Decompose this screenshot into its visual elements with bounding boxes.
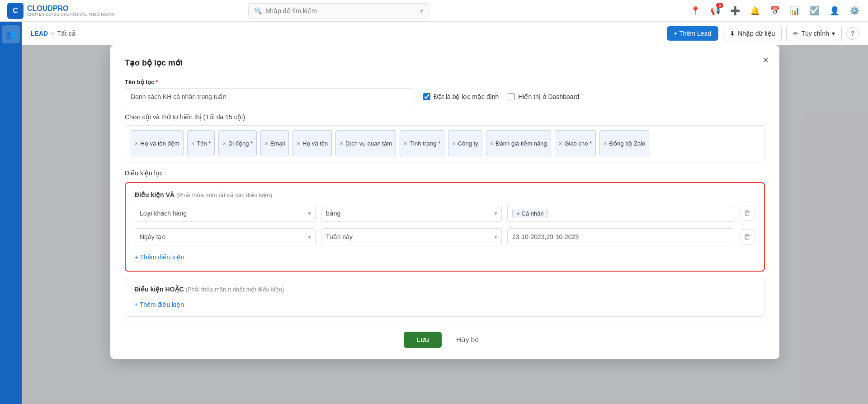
operator-select-wrap-2[interactable]: Tuần này [321, 228, 502, 245]
tag-item: × Đồng bộ Zalo [599, 130, 649, 156]
value-tag-text-1: Cá nhân [522, 210, 544, 217]
column-section-label: Chọn cột và thứ tự hiển thị (Tối đa 15 c… [125, 113, 765, 121]
tag-remove[interactable]: × [559, 141, 562, 146]
bell-icon[interactable]: 🔔 [749, 5, 761, 17]
modal-overlay: Tạo bộ lọc mới × Tên bộ lọc * [22, 45, 868, 404]
customize-button[interactable]: ✏ Tùy chỉnh ▾ [786, 26, 842, 41]
modal-dialog: Tạo bộ lọc mới × Tên bộ lọc * [110, 45, 779, 359]
chevron-down-icon: ▾ [420, 7, 423, 14]
and-condition-box: Điều kiện VÀ (Phải thỏa mãn tất cả các đ… [125, 182, 765, 272]
add-lead-button[interactable]: + Thêm Lead [667, 26, 719, 41]
value-box-1[interactable]: × Cá nhân [507, 205, 734, 222]
tags-container: × Họ và tên đệm × Tên * × Di động * [125, 125, 765, 161]
date-value-box-2: 23-10-2023,29-10-2023 [507, 228, 734, 245]
field-select-wrap-2[interactable]: Ngày tạo [135, 228, 316, 245]
chevron-down-icon: ▾ [832, 30, 835, 37]
subheader-actions: + Thêm Lead ⬇ Nhập dữ liệu ✏ Tùy chỉnh ▾… [667, 26, 859, 41]
breadcrumb-current: Tất cả [57, 30, 75, 37]
field-select-1[interactable]: Loại khách hàng [135, 205, 316, 222]
logo: C CLOUDPRO CHUYỂN ĐỔI SỐ CHUYÊN SÂU THEO… [7, 3, 116, 19]
operator-select-wrap-1[interactable]: bằng [321, 205, 502, 222]
breadcrumb-separator: > [51, 30, 54, 37]
add-and-condition-button[interactable]: + Thêm điều kiện [135, 252, 184, 263]
tag-item: × Tình trạng * [400, 130, 444, 156]
tag-item: × Email [260, 130, 289, 156]
default-filter-label: Đặt là bộ lọc mặc định [434, 93, 499, 100]
layout: 👥 LEAD > Tất cả + Thêm Lead ⬇ Nhập dữ li… [0, 22, 868, 404]
tag-item: × Tên * [187, 130, 215, 156]
tag-item: × Họ và tên đệm [131, 130, 184, 156]
megaphone-icon[interactable]: 📢 6 [709, 5, 722, 17]
operator-select-1[interactable]: bằng [321, 205, 502, 222]
operator-select-2[interactable]: Tuần này [321, 228, 502, 245]
filter-row-1: Loại khách hàng bằng × [135, 205, 755, 222]
or-condition-box: Điều kiện HOẶC (Phải thỏa mãn ít nhất mộ… [125, 279, 765, 317]
tag-item: × Công ty [448, 130, 482, 156]
default-filter-checkbox[interactable] [423, 93, 430, 100]
logo-text: CLOUDPRO [27, 5, 116, 13]
filter-row-2: Ngày tạo Tuần này 23-10-2023,29-10-2023 [135, 228, 755, 245]
tag-remove[interactable]: × [340, 141, 343, 146]
plus-circle-icon[interactable]: ➕ [729, 5, 741, 17]
tag-remove[interactable]: × [604, 141, 607, 146]
and-box-subtitle: (Phải thỏa mãn tất cả các điều kiện) [176, 192, 272, 198]
dashboard-checkbox-label[interactable]: Hiển thị ở Dashboard [508, 93, 579, 100]
navbar: C CLOUDPRO CHUYỂN ĐỔI SỐ CHUYÊN SÂU THEO… [0, 0, 868, 22]
required-marker: * [156, 79, 158, 85]
sidebar-strip: 👥 [0, 22, 22, 404]
modal-footer: Lưu Hủy bỏ [125, 324, 765, 348]
chart-icon[interactable]: 📊 [788, 5, 801, 17]
tag-remove[interactable]: × [404, 141, 407, 146]
or-box-title: Điều kiện HOẶC (Phải thỏa mãn ít nhất mộ… [134, 286, 755, 293]
delete-row-2-button[interactable]: 🗑 [740, 229, 755, 244]
cancel-button[interactable]: Hủy bỏ [449, 332, 486, 348]
import-label: Nhập dữ liệu [738, 30, 775, 37]
field-select-wrap-1[interactable]: Loại khách hàng [135, 205, 316, 222]
search-icon: 🔍 [254, 7, 262, 14]
add-or-condition-button[interactable]: + Thêm điều kiện [134, 299, 184, 310]
tag-remove[interactable]: × [297, 141, 300, 146]
help-button[interactable]: ? [846, 27, 859, 40]
user-icon[interactable]: 👤 [828, 5, 841, 17]
tag-item: × Họ và tên [292, 130, 332, 156]
dashboard-checkbox[interactable] [508, 93, 515, 100]
delete-row-1-button[interactable]: 🗑 [740, 206, 755, 221]
checkbox-icon[interactable]: ☑️ [808, 5, 821, 17]
notification-badge: 6 [716, 3, 723, 8]
and-box-title: Điều kiện VÀ (Phải thỏa mãn tất cả các đ… [135, 191, 755, 198]
or-box-subtitle: (Phải thỏa mãn ít nhất một điều kiện) [186, 286, 284, 293]
modal-title: Tạo bộ lọc mới [125, 58, 765, 68]
content-area: Tạo bộ lọc mới × Tên bộ lọc * [22, 45, 868, 404]
column-section: Chọn cột và thứ tự hiển thị (Tối đa 15 c… [125, 113, 765, 161]
tag-remove[interactable]: × [191, 141, 195, 146]
breadcrumb: LEAD > Tất cả [31, 30, 76, 37]
sidebar-icon-lead[interactable]: 👥 [2, 25, 20, 43]
tag-remove[interactable]: × [222, 141, 226, 146]
settings-icon[interactable]: ⚙️ [848, 5, 861, 17]
search-input[interactable] [265, 7, 416, 14]
search-bar[interactable]: 🔍 ▾ [248, 3, 429, 19]
customize-label: Tùy chỉnh [801, 30, 829, 37]
value-tag-1: × Cá nhân [512, 209, 548, 218]
field-select-2[interactable]: Ngày tạo [135, 228, 316, 245]
customize-icon: ✏ [793, 30, 798, 37]
main-area: LEAD > Tất cả + Thêm Lead ⬇ Nhập dữ liệu… [22, 22, 868, 404]
tag-remove[interactable]: × [264, 141, 268, 146]
navbar-icons: 📍 📢 6 ➕ 🔔 📅 📊 ☑️ 👤 ⚙️ [689, 5, 861, 17]
filter-name-input[interactable] [125, 88, 414, 105]
close-button[interactable]: × [763, 54, 769, 66]
calendar-icon[interactable]: 📅 [769, 5, 781, 17]
default-filter-checkbox-label[interactable]: Đặt là bộ lọc mặc định [423, 93, 499, 100]
date-value-text-2: 23-10-2023,29-10-2023 [512, 233, 579, 240]
tag-remove[interactable]: × [452, 141, 456, 146]
logo-subtitle: CHUYỂN ĐỔI SỐ CHUYÊN SÂU THEO NGÀNH [27, 13, 116, 17]
location-icon[interactable]: 📍 [689, 5, 702, 17]
tag-item: × Di động * [218, 130, 257, 156]
breadcrumb-module: LEAD [31, 30, 48, 37]
tag-item: × Dịch vụ quan tâm [335, 130, 396, 156]
import-button[interactable]: ⬇ Nhập dữ liệu [723, 26, 782, 41]
save-button[interactable]: Lưu [404, 332, 442, 348]
tag-remove[interactable]: × [135, 141, 138, 146]
value-tag-remove-1[interactable]: × [516, 210, 520, 217]
tag-remove[interactable]: × [490, 141, 494, 146]
